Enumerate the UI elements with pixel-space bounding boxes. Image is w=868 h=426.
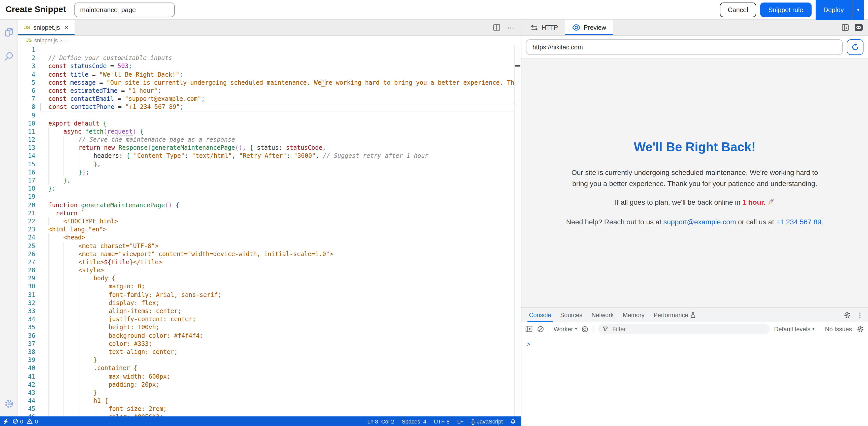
clear-console-icon[interactable]	[537, 325, 544, 333]
snippet-name-input[interactable]	[74, 2, 175, 17]
log-levels-dropdown[interactable]: Default levels▾	[774, 325, 814, 333]
code-line[interactable]: 39 }	[18, 356, 521, 364]
discord-icon[interactable]	[855, 24, 863, 31]
code-line[interactable]: 31 font-family: Arial, sans-serif;	[18, 291, 521, 299]
code-line[interactable]: 27 <title>${title}</title>	[18, 258, 521, 266]
docs-book-icon[interactable]	[841, 24, 849, 31]
code-line[interactable]: 18};	[18, 184, 521, 193]
code-line[interactable]: 42 padding: 20px;	[18, 380, 521, 389]
code-line[interactable]: 21 return `	[18, 209, 521, 217]
code-line[interactable]: 34 justify-content: center;	[18, 315, 521, 323]
search-icon[interactable]	[3, 51, 14, 62]
support-email-link[interactable]: support@example.com	[663, 218, 736, 226]
code-line[interactable]: 30 margin: 0;	[18, 283, 521, 291]
code-line[interactable]: 7const contactEmail = "support@example.c…	[18, 95, 521, 103]
cursor-position[interactable]: Ln 8, Col 2	[367, 418, 394, 424]
code-line[interactable]: 33 align-items: center;	[18, 307, 521, 315]
breadcrumb-more[interactable]: …	[64, 37, 70, 44]
toolbar-divider	[593, 325, 594, 333]
code-line[interactable]: 15 },	[18, 160, 521, 168]
tab-performance[interactable]: Performance	[649, 308, 700, 322]
header: Create Snippet Cancel Snippet rule Deplo…	[0, 0, 868, 20]
devtools-settings-gear-icon[interactable]	[844, 311, 851, 318]
indentation[interactable]: Spaces: 4	[402, 418, 427, 424]
line-number: 39	[18, 356, 40, 364]
code-line[interactable]: 29 body {	[18, 275, 521, 283]
editor-scrollbar[interactable]	[514, 45, 521, 417]
code-line[interactable]: 9	[18, 111, 521, 119]
code-line[interactable]: 4const title = "We'll Be Right Back!";	[18, 70, 521, 78]
code-line[interactable]: 14 headers: { "Content-Type": "text/html…	[18, 152, 521, 160]
code-line[interactable]: 3const statusCode = 503;	[18, 62, 521, 70]
code-line[interactable]: 1	[18, 46, 521, 54]
console-sidebar-toggle-icon[interactable]	[525, 326, 532, 332]
code-line[interactable]: 26 <meta name="viewport" content="width=…	[18, 250, 521, 258]
console-prompt[interactable]: >	[526, 340, 530, 348]
code-line[interactable]: 37 color: #333;	[18, 340, 521, 348]
phone-link[interactable]: +1 234 567 89	[776, 218, 822, 226]
code-line[interactable]: 43 }	[18, 389, 521, 397]
code-line[interactable]: 20function generateMaintenancePage() {	[18, 201, 521, 209]
breadcrumb-file[interactable]: snippet.js	[34, 37, 58, 44]
split-editor-icon[interactable]	[493, 24, 500, 31]
code-line[interactable]: 25 <meta charset="UTF-8">	[18, 242, 521, 250]
code-line[interactable]: 19	[18, 193, 521, 201]
url-input[interactable]	[526, 39, 843, 55]
language-mode[interactable]: {} JavaScript	[471, 418, 503, 424]
code-line[interactable]: 28 <style>	[18, 266, 521, 274]
tab-memory[interactable]: Memory	[618, 308, 649, 322]
code-line[interactable]: 35 height: 100vh;	[18, 323, 521, 332]
code-line[interactable]: 32 display: flex;	[18, 299, 521, 307]
snippet-rule-button[interactable]: Snippet rule	[760, 2, 811, 17]
kebab-menu-icon[interactable]: ⋮	[857, 311, 863, 318]
code-line[interactable]: 10export default {	[18, 119, 521, 127]
eol-sequence[interactable]: LF	[457, 418, 464, 424]
code-line[interactable]: 8const contactPhone = "+1 234 567 89";	[18, 103, 521, 111]
cancel-button[interactable]: Cancel	[720, 2, 756, 17]
tab-snippet-js[interactable]: JS snippet.js ×	[18, 20, 75, 35]
tab-sources[interactable]: Sources	[556, 308, 587, 322]
code-line[interactable]: 44 h1 {	[18, 397, 521, 405]
code-line[interactable]: 11 async fetch(request) {	[18, 127, 521, 136]
files-icon[interactable]	[3, 27, 14, 38]
code-line[interactable]: 5const message = "Our site is currently …	[18, 79, 521, 87]
code-area[interactable]: 12// Define your customizable inputs3con…	[18, 45, 521, 417]
console-settings-gear-icon[interactable]	[857, 325, 864, 333]
code-line[interactable]: 45 font-size: 2rem;	[18, 405, 521, 413]
issues-counter[interactable]: No Issues	[825, 325, 852, 333]
filter-input[interactable]	[611, 325, 765, 333]
code-line[interactable]: 2// Define your customizable inputs	[18, 54, 521, 62]
code-line[interactable]: 46 color: #0056b3;	[18, 413, 521, 417]
tab-http[interactable]: HTTP	[523, 20, 565, 35]
code-line[interactable]: 17 },	[18, 176, 521, 184]
breadcrumb[interactable]: JS snippet.js › …	[18, 36, 521, 45]
close-icon[interactable]: ×	[64, 24, 68, 31]
tab-console[interactable]: Console	[524, 308, 556, 322]
execution-context-dropdown[interactable]: Worker▾	[554, 325, 577, 333]
preview-url-bar	[521, 36, 868, 59]
tab-network[interactable]: Network	[587, 308, 618, 322]
code-line[interactable]: 6const estimatedTime = "1 hour";	[18, 87, 521, 95]
settings-gear-icon[interactable]	[3, 398, 14, 409]
console-filter[interactable]	[598, 324, 770, 334]
encoding[interactable]: UTF-8	[434, 418, 450, 424]
more-actions-icon[interactable]: ⋯	[507, 24, 515, 31]
tab-preview[interactable]: Preview	[565, 20, 613, 35]
code-line[interactable]: 13 return new Response(generateMaintenan…	[18, 144, 521, 152]
code-line[interactable]: 23<html lang="en">	[18, 225, 521, 233]
refresh-button[interactable]	[847, 39, 864, 55]
line-number: 23	[18, 225, 40, 233]
code-line[interactable]: 16 });	[18, 168, 521, 176]
code-line[interactable]: 38 text-align: center;	[18, 348, 521, 356]
code-line[interactable]: 36 background-color: #f4f4f4;	[18, 332, 521, 340]
live-expression-icon[interactable]	[582, 325, 589, 333]
code-line[interactable]: 22 <!DOCTYPE html>	[18, 217, 521, 225]
code-line[interactable]: 24 <head>	[18, 234, 521, 242]
problems-indicator[interactable]: 0 0	[12, 418, 38, 424]
code-line[interactable]: 40 .container {	[18, 364, 521, 372]
remote-indicator-icon[interactable]	[3, 418, 8, 424]
console-output[interactable]: >	[521, 336, 868, 426]
code-line[interactable]: 12 // Serve the maintenance page as a re…	[18, 136, 521, 144]
code-line[interactable]: 41 max-width: 600px;	[18, 372, 521, 380]
notifications-bell-icon[interactable]	[510, 418, 516, 424]
